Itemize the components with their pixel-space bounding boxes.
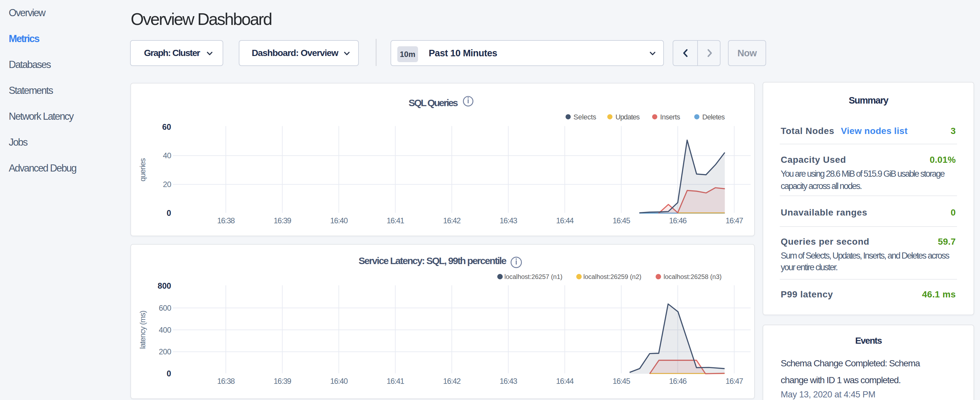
svg-text:16:41: 16:41 [387, 216, 404, 225]
svg-text:Service Latency: SQL, 99th per: Service Latency: SQL, 99th percentile [358, 255, 506, 266]
svg-text:16:42: 16:42 [443, 377, 461, 386]
svg-text:16:39: 16:39 [274, 216, 291, 225]
svg-text:16:43: 16:43 [500, 377, 517, 386]
svg-text:16:38: 16:38 [217, 216, 235, 225]
svg-text:16:38: 16:38 [217, 377, 235, 386]
svg-text:20: 20 [163, 180, 172, 189]
svg-text:16:45: 16:45 [612, 216, 630, 225]
svg-text:Inserts: Inserts [660, 113, 680, 121]
svg-text:queries: queries [138, 158, 147, 182]
svg-text:400: 400 [159, 325, 171, 334]
svg-text:latency (ms): latency (ms) [138, 311, 147, 349]
svg-text:16:42: 16:42 [443, 216, 461, 225]
svg-text:40: 40 [163, 151, 172, 160]
svg-text:800: 800 [158, 281, 171, 290]
svg-text:SQL Queries: SQL Queries [409, 97, 458, 108]
svg-text:16:40: 16:40 [330, 216, 348, 225]
svg-text:16:44: 16:44 [556, 216, 574, 225]
svg-text:600: 600 [159, 304, 171, 312]
svg-text:localhost:26259 (n2): localhost:26259 (n2) [583, 273, 641, 280]
svg-text:60: 60 [162, 122, 171, 131]
svg-text:16:41: 16:41 [387, 377, 404, 386]
svg-text:Updates: Updates [616, 113, 640, 121]
svg-text:0: 0 [167, 369, 171, 378]
svg-text:16:46: 16:46 [669, 216, 687, 225]
svg-text:16:47: 16:47 [726, 216, 743, 225]
svg-text:16:46: 16:46 [669, 377, 687, 386]
svg-text:Deletes: Deletes [702, 113, 725, 121]
svg-text:16:40: 16:40 [330, 377, 348, 386]
svg-text:16:39: 16:39 [274, 377, 291, 386]
svg-text:16:47: 16:47 [726, 377, 743, 386]
svg-text:16:43: 16:43 [500, 216, 517, 225]
svg-text:localhost:26257 (n1): localhost:26257 (n1) [504, 273, 562, 280]
svg-text:16:44: 16:44 [556, 377, 574, 386]
svg-text:16:45: 16:45 [612, 377, 630, 386]
svg-text:localhost:26258 (n3): localhost:26258 (n3) [663, 273, 721, 280]
svg-text:0: 0 [167, 209, 171, 217]
svg-text:200: 200 [159, 347, 171, 356]
svg-text:Selects: Selects [574, 113, 596, 121]
